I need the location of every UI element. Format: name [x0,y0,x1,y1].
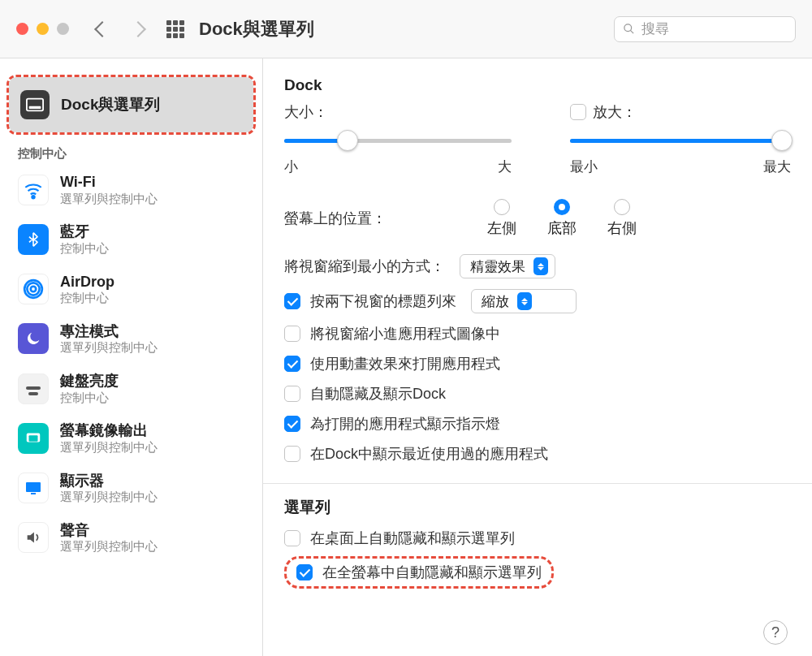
search-placeholder: 搜尋 [641,19,669,38]
divider [263,483,812,484]
sidebar-item-focus[interactable]: 專注模式選單列與控制中心 [0,314,262,364]
display-icon [18,473,49,503]
svg-point-4 [32,196,34,198]
close-window-button[interactable] [16,23,28,35]
hide-menubar-fullscreen-label: 在全螢幕中自動隱藏和顯示選單列 [322,563,542,582]
sidebar-item-airdrop[interactable]: AirDrop控制中心 [0,265,262,314]
sidebar-item-sub: 控制中心 [60,291,114,306]
magnification-slider[interactable] [570,130,791,151]
minimize-into-app-label: 將視窗縮小進應用程式圖像中 [310,324,500,343]
toolbar: Dock與選單列 搜尋 [0,0,812,58]
sidebar-item-bluetooth[interactable]: 藍牙控制中心 [0,214,262,264]
wifi-icon [18,175,49,205]
mag-max-label: 最大 [763,158,791,176]
forward-button[interactable] [130,21,146,37]
dock-icon [20,90,50,119]
sidebar-item-label: 專注模式 [60,322,158,341]
position-bottom-label: 底部 [547,218,577,238]
sidebar-item-label: 顯示器 [60,472,158,490]
position-bottom-radio[interactable] [554,199,570,215]
sidebar-item-sound[interactable]: 聲音選單列與控制中心 [0,513,262,563]
svg-point-5 [31,287,37,292]
svg-rect-3 [29,106,41,109]
sidebar-item-label: AirDrop [60,273,114,291]
sidebar-item-sub: 選單列與控制中心 [60,340,158,356]
svg-rect-2 [27,99,43,111]
minimize-method-value: 精靈效果 [470,257,525,276]
double-click-label: 按兩下視窗的標題列來 [310,291,456,311]
svg-rect-9 [29,435,38,441]
sidebar-item-screen-mirroring[interactable]: 螢幕鏡像輸出選單列與控制中心 [0,413,262,463]
position-label: 螢幕上的位置： [284,209,387,228]
autohide-dock-checkbox[interactable] [284,386,300,402]
highlight-fullscreen-option: 在全螢幕中自動隱藏和顯示選單列 [284,556,554,589]
sidebar-item-label: Wi-Fi [60,173,158,192]
magnification-label: 放大： [593,102,637,122]
select-stepper-icon [517,292,532,310]
minimize-method-select[interactable]: 精靈效果 [460,254,555,278]
screen-mirroring-icon [18,423,49,454]
help-button[interactable]: ? [763,620,788,645]
sidebar-item-label: 藍牙 [60,222,109,241]
show-all-icon[interactable] [166,20,184,38]
size-max-label: 大 [498,158,512,176]
dock-size-slider[interactable] [284,130,512,151]
show-recents-label: 在Dock中顯示最近使用過的應用程式 [310,444,548,464]
sidebar-item-sub: 控制中心 [60,241,109,257]
animate-open-label: 使用動畫效果來打開應用程式 [310,354,500,373]
traffic-lights [16,23,69,35]
sidebar-item-dock[interactable]: Dock與選單列 [9,77,253,132]
sidebar-item-sub: 選單列與控制中心 [60,192,158,207]
position-left-radio[interactable] [494,199,510,215]
autohide-dock-label: 自動隱藏及顯示Dock [310,384,446,404]
select-stepper-icon [533,257,548,275]
minimize-window-button[interactable] [37,23,49,35]
hide-menubar-desktop-checkbox[interactable] [284,530,300,546]
sidebar-item-label: Dock與選單列 [61,94,160,115]
minimize-into-app-checkbox[interactable] [284,326,300,342]
svg-point-0 [624,24,632,32]
svg-rect-10 [26,482,41,492]
nav-arrows [97,24,144,35]
hide-menubar-desktop-label: 在桌面上自動隱藏和顯示選單列 [310,529,515,548]
svg-point-6 [27,283,39,296]
double-click-select[interactable]: 縮放 [471,289,577,313]
keyboard-brightness-icon [18,373,49,404]
minimize-method-label: 將視窗縮到最小的方式： [284,257,445,276]
speaker-icon [18,522,49,553]
position-right-radio[interactable] [614,199,630,215]
sidebar-item-keyboard-brightness[interactable]: 鍵盤亮度控制中心 [0,364,262,413]
sidebar-item-sub: 選單列與控制中心 [60,539,158,555]
sidebar-section-header: 控制中心 [0,146,262,165]
sidebar-item-sub: 控制中心 [60,391,119,406]
position-left-label: 左側 [487,218,516,238]
hide-menubar-fullscreen-checkbox[interactable] [296,564,313,580]
animate-open-checkbox[interactable] [284,356,300,372]
double-click-checkbox[interactable] [284,293,300,309]
svg-rect-11 [31,493,36,494]
svg-line-1 [630,30,633,33]
search-input[interactable]: 搜尋 [614,16,796,42]
sidebar-item-label: 螢幕鏡像輸出 [60,421,158,440]
show-recents-checkbox[interactable] [284,446,300,462]
double-click-value: 縮放 [482,292,509,311]
bluetooth-icon [18,224,49,255]
highlight-selected-item: Dock與選單列 [6,75,256,135]
airdrop-icon [18,274,49,304]
sidebar-item-wifi[interactable]: Wi-Fi選單列與控制中心 [0,165,262,214]
main-panel: Dock 大小： 小大 放大： 最小最大 螢幕上的位置： [263,58,812,656]
window-title: Dock與選單列 [199,17,314,41]
sidebar-item-sub: 選單列與控制中心 [60,440,158,455]
sidebar-item-sub: 選單列與控制中心 [60,490,158,505]
zoom-window-button[interactable] [57,23,69,35]
show-indicators-checkbox[interactable] [284,416,300,432]
section-header-dock: Dock [284,76,791,94]
magnification-checkbox[interactable] [570,104,586,120]
sidebar: Dock與選單列 控制中心 Wi-Fi選單列與控制中心 藍牙控制中心 AirDr… [0,58,263,656]
sidebar-item-label: 鍵盤亮度 [60,372,119,391]
sidebar-item-display[interactable]: 顯示器選單列與控制中心 [0,464,262,513]
show-indicators-label: 為打開的應用程式顯示指示燈 [310,414,500,434]
moon-icon [18,323,49,354]
size-label: 大小： [284,102,328,122]
back-button[interactable] [94,21,110,37]
